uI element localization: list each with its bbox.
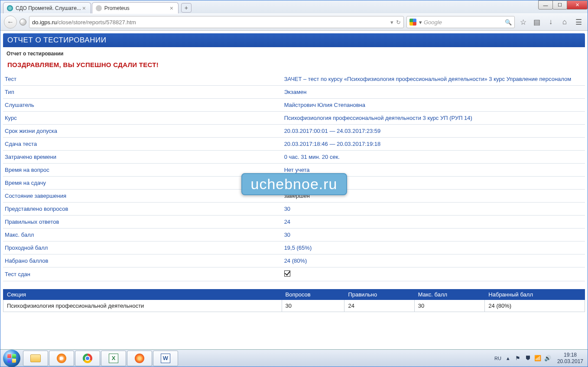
- network-icon[interactable]: 📶: [535, 355, 541, 361]
- close-icon[interactable]: ×: [169, 5, 175, 11]
- section-cell: 30: [414, 300, 485, 312]
- favicon-icon: [96, 5, 102, 11]
- section-cell: Психофизиология профессиональной деятель…: [3, 300, 282, 312]
- info-value: 0 час. 31 мин. 20 сек.: [283, 151, 585, 164]
- info-row: Макс. балл30: [3, 229, 585, 241]
- browser-tab-active[interactable]: Prometeus ×: [92, 2, 179, 13]
- clock-time: 19:18: [557, 352, 583, 358]
- browser-tab[interactable]: СДО Прометей. Слушате... ×: [3, 2, 91, 13]
- clock[interactable]: 19:18 20.03.2017: [557, 352, 583, 364]
- info-value: завершен: [283, 190, 585, 203]
- flag-icon[interactable]: ⚑: [515, 355, 521, 361]
- search-bar[interactable]: ▾ Google 🔍: [406, 16, 515, 28]
- excel-icon: X: [109, 354, 118, 363]
- section-cell: 24 (80%): [485, 300, 585, 312]
- bookmark-icon[interactable]: ☆: [517, 16, 529, 28]
- info-value: 30: [283, 203, 585, 216]
- info-value: 30: [283, 229, 585, 241]
- info-label: Тест сдан: [3, 267, 283, 281]
- info-label: Состояние завершения: [3, 190, 283, 203]
- info-table: ТестЗАЧЕТ – тест по курсу «Психофизиолог…: [3, 73, 585, 281]
- tab-title: Prometeus: [104, 5, 169, 11]
- taskbar-chrome[interactable]: [75, 351, 100, 366]
- dropdown-icon[interactable]: ▾: [390, 19, 393, 26]
- info-row: Представлено вопросов30: [3, 203, 585, 216]
- taskbar-word[interactable]: W: [153, 351, 178, 366]
- info-label: Курс: [3, 112, 283, 125]
- home-icon[interactable]: ⌂: [559, 16, 570, 28]
- info-value: 24 (80%): [283, 254, 585, 267]
- maximize-button[interactable]: ☐: [552, 0, 567, 10]
- new-tab-button[interactable]: +: [181, 3, 192, 13]
- taskbar-explorer[interactable]: [23, 351, 48, 366]
- info-row: Тест сдан: [3, 267, 585, 281]
- info-label: Макс. балл: [3, 229, 283, 241]
- info-row: ТестЗАЧЕТ – тест по курсу «Психофизиолог…: [3, 73, 585, 86]
- info-label: Представлено вопросов: [3, 203, 283, 216]
- section-header: Набранный балл: [485, 290, 585, 300]
- info-label: Набрано баллов: [3, 254, 283, 267]
- nav-toolbar: ← do.igps.ru/close/store/reports/578827.…: [0, 13, 588, 31]
- info-row: Правильных ответов24: [3, 216, 585, 229]
- word-icon: W: [161, 354, 170, 363]
- info-value: Нет учета: [283, 164, 585, 177]
- section-header: Вопросов: [282, 290, 344, 300]
- back-button[interactable]: ←: [4, 16, 17, 29]
- close-icon[interactable]: ×: [81, 5, 87, 11]
- tray-arrow-icon[interactable]: ▴: [505, 355, 511, 361]
- info-label: Тип: [3, 86, 283, 99]
- info-row: Проходной балл19,5 (65%): [3, 241, 585, 254]
- tab-title: СДО Прометей. Слушате...: [16, 5, 81, 11]
- system-tray: RU ▴ ⚑ ⛊ 📶 🔊 19:18 20.03.2017: [494, 352, 585, 364]
- reload-icon[interactable]: ↻: [396, 19, 401, 26]
- info-label: Слушатель: [3, 99, 283, 112]
- minimize-button[interactable]: —: [538, 0, 553, 10]
- info-value: 24: [283, 216, 585, 229]
- globe-icon: [19, 19, 26, 26]
- language-indicator[interactable]: RU: [494, 356, 501, 361]
- info-row: Набрано баллов24 (80%): [3, 254, 585, 267]
- info-value: 20.03.2017:18:46 — 20.03.2017:19:18: [283, 138, 585, 151]
- taskbar-excel[interactable]: X: [101, 351, 126, 366]
- info-row: СлушательМайстрович Юлия Степановна: [3, 99, 585, 112]
- folder-icon: [30, 354, 41, 362]
- info-label: Тест: [3, 73, 283, 86]
- menu-icon[interactable]: ☰: [573, 16, 584, 28]
- info-label: Правильных ответов: [3, 216, 283, 229]
- section-header: Макс. балл: [414, 290, 485, 300]
- section-table: СекцияВопросовПравильноМакс. баллНабранн…: [3, 289, 585, 312]
- reading-list-icon[interactable]: ▤: [531, 16, 543, 28]
- taskbar-media-player[interactable]: ▶: [49, 351, 74, 366]
- favicon-icon: [7, 5, 13, 11]
- section-title: Отчет о тестировании: [3, 49, 585, 58]
- search-placeholder: Google: [424, 19, 442, 26]
- info-label: Срок жизни допуска: [3, 125, 283, 138]
- info-value: 20.03.2017:00:01 — 24.03.2017:23:59: [283, 125, 585, 138]
- page-content: ОТЧЕТ О ТЕСТИРОВАНИИ Отчет о тестировани…: [0, 31, 588, 349]
- volume-icon[interactable]: 🔊: [545, 355, 551, 361]
- media-player-icon: ▶: [57, 354, 66, 363]
- info-row: Затрачено времени0 час. 31 мин. 20 сек.: [3, 151, 585, 164]
- window-close-button[interactable]: ✕: [567, 0, 588, 10]
- firefox-icon: [135, 354, 144, 363]
- info-row: Время на сдачу60 мин.: [3, 177, 585, 190]
- taskbar-firefox[interactable]: [127, 351, 152, 366]
- section-cell: 30: [282, 300, 344, 312]
- clock-date: 20.03.2017: [557, 358, 583, 364]
- url-bar[interactable]: do.igps.ru/close/store/reports/578827.ht…: [29, 16, 404, 28]
- start-button[interactable]: [3, 350, 20, 367]
- info-row: Время на вопросНет учета: [3, 164, 585, 177]
- info-label: Сдача теста: [3, 138, 283, 151]
- info-value: Психофизиология профессиональной деятель…: [283, 112, 585, 125]
- url-domain: do.igps.ru: [32, 19, 57, 26]
- google-icon: [409, 19, 416, 26]
- downloads-icon[interactable]: ↓: [545, 16, 556, 28]
- info-value: 60 мин.: [283, 177, 585, 190]
- info-row: ТипЭкзамен: [3, 86, 585, 99]
- security-icon[interactable]: ⛊: [525, 355, 531, 361]
- section-header: Правильно: [344, 290, 414, 300]
- info-value: [283, 267, 585, 281]
- info-value: Майстрович Юлия Степановна: [283, 99, 585, 112]
- search-icon[interactable]: 🔍: [505, 19, 512, 26]
- titlebar: СДО Прометей. Слушате... × Prometeus × +…: [0, 0, 588, 13]
